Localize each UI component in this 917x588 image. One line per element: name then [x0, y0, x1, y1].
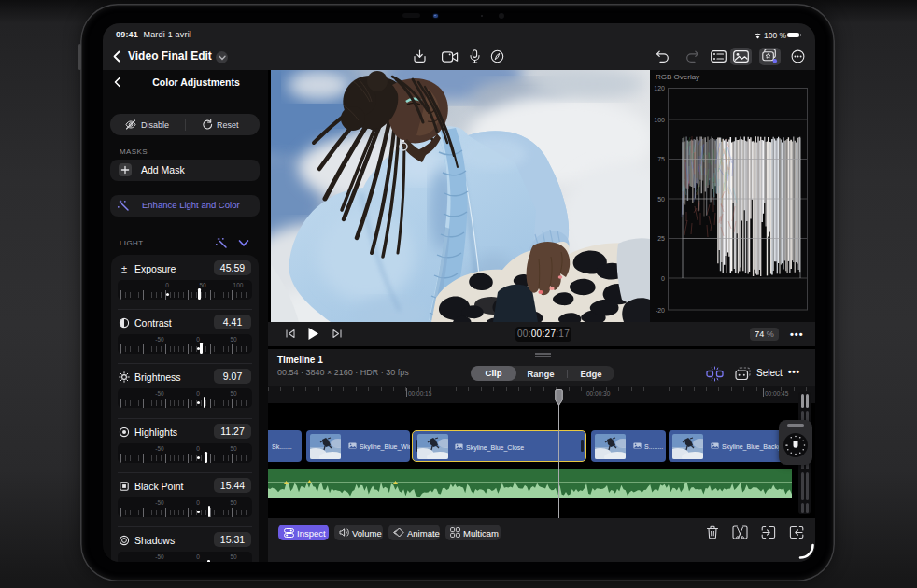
- svg-text:±: ±: [121, 263, 127, 274]
- svg-text:100: 100: [654, 117, 665, 123]
- svg-text:75: 75: [657, 156, 665, 162]
- svg-text:0: 0: [661, 275, 665, 282]
- svg-text:120: 120: [654, 85, 665, 91]
- svg-text:-20: -20: [656, 307, 665, 314]
- svg-text:25: 25: [657, 235, 665, 242]
- svg-text:RGB Overlay: RGB Overlay: [656, 73, 699, 81]
- svg-text:50: 50: [657, 196, 665, 203]
